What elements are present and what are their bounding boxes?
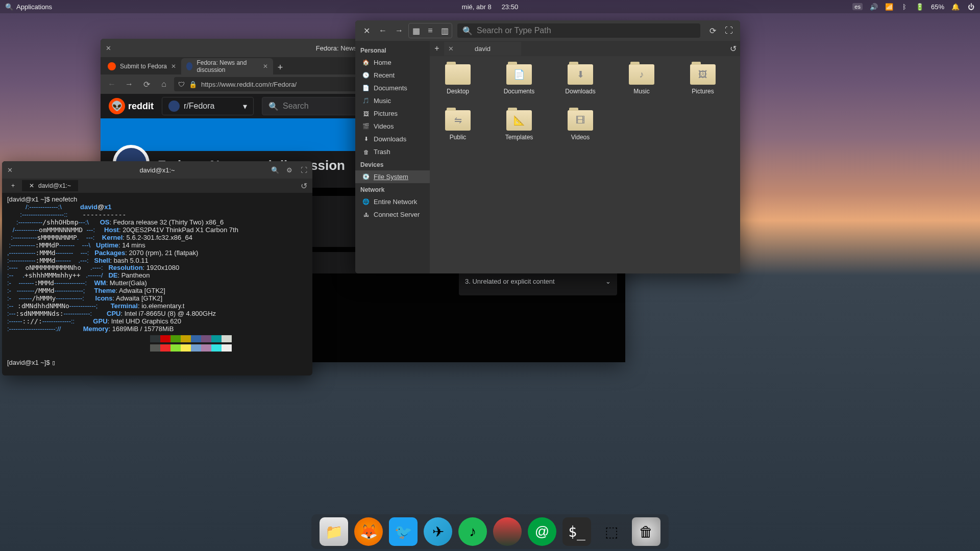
- path-input[interactable]: 🔍 Search or Type Path: [457, 23, 700, 38]
- tab-label: david: [475, 45, 491, 53]
- keyboard-indicator[interactable]: es: [852, 3, 863, 10]
- notifications-icon[interactable]: 🔔: [951, 3, 960, 11]
- reload-button[interactable]: ⟳: [139, 77, 154, 91]
- gear-icon[interactable]: ⚙: [285, 165, 294, 174]
- new-tab-button[interactable]: +: [430, 41, 444, 56]
- tab-fedora[interactable]: Fedora: News and discussion ✕: [181, 58, 273, 74]
- subreddit-dropdown[interactable]: r/Fedora ▾: [162, 97, 254, 115]
- command: neofetch: [52, 195, 77, 203]
- battery-label: 65%: [931, 3, 944, 11]
- sidebar-item-trash[interactable]: 🗑Trash: [355, 145, 430, 158]
- sidebar-heading-devices: Devices: [355, 158, 430, 170]
- new-tab-button[interactable]: +: [273, 60, 287, 74]
- shield-icon: 🛡: [178, 81, 185, 88]
- reload-button[interactable]: ⟳: [705, 23, 720, 38]
- wifi-icon[interactable]: 📶: [885, 3, 893, 11]
- applications-label: Applications: [16, 3, 52, 11]
- dock-item-terminal[interactable]: $_: [562, 517, 591, 546]
- tab-submit[interactable]: Submit to Fedora ✕: [103, 58, 181, 74]
- sidebar-heading-personal: Personal: [355, 44, 430, 56]
- folder-templates[interactable]: 📐Templates: [501, 110, 537, 141]
- folder-label: Downloads: [565, 88, 595, 95]
- folder-music[interactable]: ♪Music: [624, 64, 659, 95]
- new-tab-button[interactable]: +: [4, 180, 22, 191]
- folder-icon: 📄: [506, 64, 532, 85]
- rule-item[interactable]: 3. Unrelated or explicit content⌄: [465, 273, 611, 289]
- grid-view-button[interactable]: ▦: [409, 23, 423, 38]
- dock-item-spotify[interactable]: ♪: [458, 517, 487, 546]
- column-view-button[interactable]: ▥: [437, 23, 452, 38]
- prompt: [david@x1 ~]$: [7, 359, 52, 366]
- folder-icon: ⇋: [445, 110, 471, 131]
- date-label[interactable]: mié, abr 8: [462, 3, 492, 11]
- time-label[interactable]: 23:50: [502, 3, 519, 11]
- close-button[interactable]: ✕: [359, 23, 374, 38]
- reddit-icon: 👽: [109, 98, 125, 114]
- maximize-button[interactable]: ⛶: [722, 23, 736, 38]
- folder-label: Public: [450, 134, 467, 141]
- music-icon: 🎵: [362, 97, 370, 105]
- folder-label: Videos: [571, 134, 590, 141]
- dock-item-app[interactable]: [493, 517, 522, 546]
- sidebar-item-music[interactable]: 🎵Music: [355, 94, 430, 107]
- battery-icon[interactable]: 🔋: [916, 3, 924, 11]
- terminal-content[interactable]: [david@x1 ~]$ neofetch /:-------------:\…: [2, 193, 312, 375]
- sidebar-item-home[interactable]: 🏠Home: [355, 56, 430, 69]
- folder-pictures[interactable]: 🖼Pictures: [685, 64, 721, 95]
- back-button[interactable]: ←: [376, 23, 390, 38]
- sidebar-item-documents[interactable]: 📄Documents: [355, 82, 430, 94]
- chevron-down-icon: ▾: [243, 102, 247, 111]
- search-icon: 🔍: [462, 26, 473, 36]
- folder-downloads[interactable]: ⬇Downloads: [562, 64, 598, 95]
- sidebar-item-pictures[interactable]: 🖼Pictures: [355, 107, 430, 120]
- search-placeholder: Search or Type Path: [477, 26, 551, 35]
- sidebar-item-network[interactable]: 🌐Entire Network: [355, 195, 430, 208]
- search-icon[interactable]: 🔍: [271, 165, 280, 174]
- close-icon[interactable]: ✕: [263, 63, 268, 70]
- applications-menu[interactable]: 🔍 Applications: [5, 3, 52, 11]
- prompt: [david@x1 ~]$: [7, 195, 52, 203]
- folder-desktop[interactable]: Desktop: [440, 64, 476, 95]
- reddit-logo[interactable]: 👽 reddit: [109, 98, 154, 114]
- home-button[interactable]: ⌂: [157, 77, 171, 91]
- bluetooth-icon[interactable]: ᛒ: [900, 3, 909, 11]
- search-icon: 🔍: [5, 3, 13, 11]
- close-icon[interactable]: ✕: [171, 63, 176, 70]
- folder-public[interactable]: ⇋Public: [440, 110, 476, 141]
- history-button[interactable]: ↺: [726, 41, 740, 56]
- volume-icon[interactable]: 🔊: [870, 3, 878, 11]
- folder-documents[interactable]: 📄Documents: [501, 64, 537, 95]
- sidebar-item-label: Pictures: [374, 110, 398, 117]
- dock: 📁 🦊 🐦 ✈ ♪ @ $_ ⬚ 🗑: [311, 514, 669, 549]
- list-view-button[interactable]: ≡: [423, 23, 437, 38]
- close-button[interactable]: ✕: [105, 44, 112, 52]
- sidebar-item-filesystem[interactable]: 💽File System: [355, 170, 430, 183]
- close-icon[interactable]: ✕: [29, 182, 34, 189]
- dock-item-telegram[interactable]: ✈: [424, 517, 452, 546]
- sidebar-item-downloads[interactable]: ⬇Downloads: [355, 133, 430, 145]
- dock-item-trash[interactable]: 🗑: [632, 517, 660, 546]
- dock-item-files[interactable]: 📁: [320, 517, 348, 546]
- tab-label: david@x1:~: [38, 182, 71, 189]
- folder-label: Pictures: [692, 88, 714, 95]
- sidebar-item-connect[interactable]: 🖧Connect Server: [355, 208, 430, 221]
- sidebar-item-videos[interactable]: 🎬Videos: [355, 120, 430, 133]
- history-button[interactable]: ↺: [301, 181, 310, 190]
- power-icon[interactable]: ⏻: [967, 3, 975, 11]
- forward-button[interactable]: →: [392, 23, 406, 38]
- sidebar-item-recent[interactable]: 🕓Recent: [355, 69, 430, 82]
- dock-item-twitter[interactable]: 🐦: [389, 517, 418, 546]
- disk-icon: 💽: [362, 173, 370, 181]
- back-button[interactable]: ←: [105, 77, 119, 91]
- close-button[interactable]: ✕: [6, 166, 13, 173]
- forward-button[interactable]: →: [122, 77, 136, 91]
- terminal-tab[interactable]: ✕ david@x1:~: [22, 180, 78, 191]
- dock-item-firefox[interactable]: 🦊: [354, 517, 383, 546]
- files-tab[interactable]: ✕ david: [444, 42, 521, 56]
- folder-videos[interactable]: 🎞Videos: [562, 110, 598, 141]
- maximize-icon[interactable]: ⛶: [299, 165, 308, 174]
- dock-item-boxes[interactable]: ⬚: [597, 517, 626, 546]
- sidebar-item-label: Recent: [374, 71, 395, 79]
- dock-item-mail[interactable]: @: [528, 517, 556, 546]
- close-icon[interactable]: ✕: [448, 45, 454, 53]
